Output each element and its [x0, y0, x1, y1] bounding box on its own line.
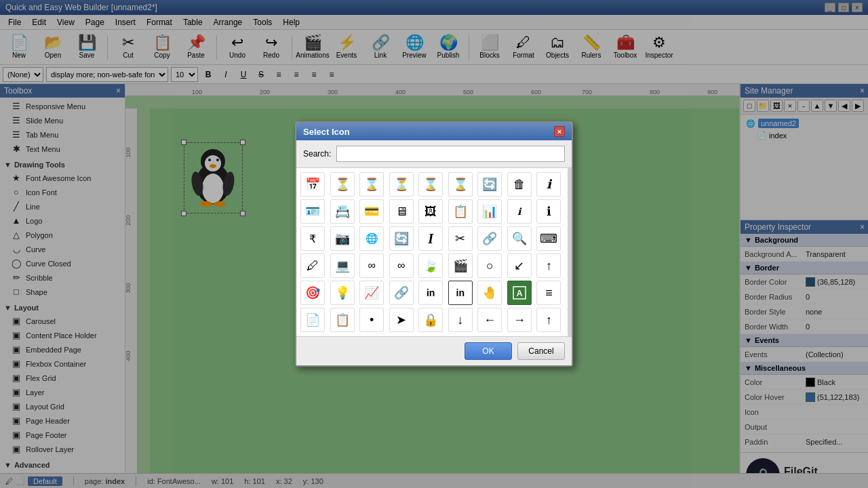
modal-search-area: Search: [296, 140, 572, 168]
icon-cell-42[interactable]: 🤚 [477, 281, 502, 305]
icon-cell-20[interactable]: 🌐 [359, 226, 384, 251]
icon-cell-50[interactable]: ↓ [448, 308, 473, 332]
modal-overlay: Select Icon × Search: 📅 ⏳ ⌛ ⏳ ⌛ ⌛ 🔄 🗑 ℹ … [0, 0, 868, 488]
icon-cell-19[interactable]: 📷 [330, 226, 355, 251]
icon-cell-39[interactable]: 🔗 [389, 281, 414, 305]
icon-cell-44[interactable]: ≡ [536, 281, 561, 305]
icon-cell-21[interactable]: 🔄 [389, 226, 414, 251]
modal-title: Select Icon [303, 127, 350, 137]
icon-cell-13[interactable]: 🖼 [418, 199, 443, 224]
icon-cell-28[interactable]: 💻 [330, 253, 355, 278]
ok-button[interactable]: OK [465, 342, 512, 360]
icon-cell-29[interactable]: ∞ [359, 253, 384, 278]
icon-cell-6[interactable]: 🔄 [477, 172, 502, 197]
icon-cell-7[interactable]: 🗑 [507, 172, 532, 197]
icon-cell-9[interactable]: 🪪 [300, 199, 325, 224]
icon-cell-10[interactable]: 📇 [330, 199, 355, 224]
icon-cell-25[interactable]: 🔍 [507, 226, 532, 251]
icon-cell-35[interactable]: ↑ [536, 253, 561, 278]
icon-cell-49[interactable]: 🔒 [418, 308, 443, 332]
icon-cell-33[interactable]: ○ [477, 253, 502, 278]
icon-cell-15[interactable]: 📊 [477, 199, 502, 224]
icon-cell-32[interactable]: 🎬 [448, 253, 473, 278]
icon-cell-2[interactable]: ⌛ [359, 172, 384, 197]
icon-cell-18[interactable]: ₹ [300, 226, 325, 251]
icon-cell-3[interactable]: ⏳ [389, 172, 414, 197]
icon-cell-31[interactable]: 🍃 [418, 253, 443, 278]
modal-titlebar: Select Icon × [296, 123, 572, 140]
icon-cell-52[interactable]: → [507, 308, 532, 332]
icon-cell-30[interactable]: ∞ [389, 253, 414, 278]
icon-cell-24[interactable]: 🔗 [477, 226, 502, 251]
icon-cell-43[interactable]: A [507, 281, 532, 305]
icon-cell-1[interactable]: ⏳ [330, 172, 355, 197]
icon-cell-45[interactable]: 📄 [300, 308, 325, 332]
icon-cell-36[interactable]: 🎯 [300, 281, 325, 305]
modal-close-button[interactable]: × [554, 126, 565, 137]
icon-cell-40[interactable]: in [418, 281, 443, 305]
icon-cell-14[interactable]: 📋 [448, 199, 473, 224]
icon-cell-48[interactable]: ➤ [389, 308, 414, 332]
icon-cell-12[interactable]: 🖥 [389, 199, 414, 224]
icon-cell-11[interactable]: 💳 [359, 199, 384, 224]
icon-cell-53[interactable]: ↑ [536, 308, 561, 332]
modal-footer: OK Cancel [296, 336, 572, 365]
svg-text:A: A [517, 289, 523, 298]
select-icon-dialog: Select Icon × Search: 📅 ⏳ ⌛ ⏳ ⌛ ⌛ 🔄 🗑 ℹ … [295, 121, 573, 367]
search-input[interactable] [336, 146, 565, 162]
cancel-button[interactable]: Cancel [517, 342, 565, 360]
icon-cell-4[interactable]: ⌛ [418, 172, 443, 197]
icon-cell-41[interactable]: in [448, 281, 473, 305]
icon-cell-38[interactable]: 📈 [359, 281, 384, 305]
icon-cell-16[interactable]: ℹ [507, 199, 532, 224]
icon-cell-22[interactable]: I [418, 226, 443, 251]
icon-cell-34[interactable]: ↙ [507, 253, 532, 278]
icon-cell-27[interactable]: 🖊 [300, 253, 325, 278]
icon-cell-46[interactable]: 📋 [330, 308, 355, 332]
icon-cell-26[interactable]: ⌨ [536, 226, 561, 251]
icon-cell-8[interactable]: ℹ [536, 172, 561, 197]
selected-icon-svg: A [513, 286, 526, 300]
icon-cell-37[interactable]: 💡 [330, 281, 355, 305]
icon-cell-23[interactable]: ✂ [448, 226, 473, 251]
icon-cell-5[interactable]: ⌛ [448, 172, 473, 197]
icon-cell-51[interactable]: ← [477, 308, 502, 332]
icon-grid: 📅 ⏳ ⌛ ⏳ ⌛ ⌛ 🔄 🗑 ℹ 🪪 📇 💳 🖥 🖼 📋 📊 ℹ ℹ ₹ 📷 … [296, 168, 572, 336]
search-label: Search: [303, 149, 331, 159]
icon-cell-0[interactable]: 📅 [300, 172, 325, 197]
icon-cell-47[interactable]: • [359, 308, 384, 332]
icon-cell-17[interactable]: ℹ [536, 199, 561, 224]
